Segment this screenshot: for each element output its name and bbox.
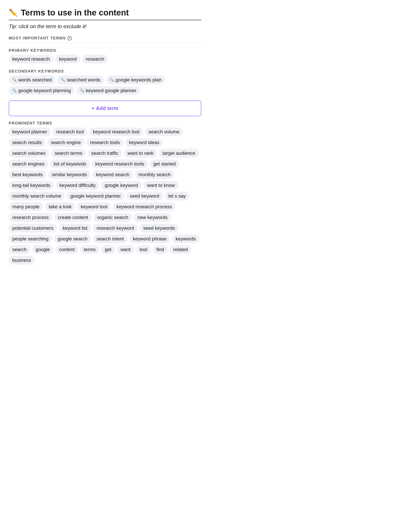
prominent-term-tag[interactable]: many people	[9, 202, 43, 211]
prominent-term-tag[interactable]: tool	[136, 245, 151, 254]
prominent-term-tag[interactable]: list of keywords	[50, 159, 90, 168]
prominent-term-tag[interactable]: search engines	[9, 159, 48, 168]
prominent-term-tag[interactable]: want	[117, 245, 134, 254]
prominent-term-tag[interactable]: keyword difficulty	[56, 181, 99, 190]
secondary-keyword-tag[interactable]: 🔍keyword google planner	[76, 86, 140, 95]
primary-keywords-container: keyword researchkeywordresearch	[9, 55, 201, 63]
prominent-term-tag[interactable]: search engine	[47, 138, 84, 147]
search-icon: 🔍	[80, 88, 84, 93]
secondary-keyword-label: google keywords plan	[115, 77, 162, 83]
prominent-term-tag[interactable]: find	[153, 245, 168, 254]
prominent-term-tag[interactable]: best keywords	[9, 170, 46, 179]
prominent-terms-label: PROMINENT TERMS	[9, 121, 201, 125]
prominent-term-tag[interactable]: google	[32, 245, 53, 254]
divider	[9, 42, 201, 43]
tip-text: Tip: click on the term to exclude it!	[9, 23, 201, 29]
prominent-term-tag[interactable]: monthly search	[135, 170, 174, 179]
prominent-term-tag[interactable]: people searching	[9, 235, 52, 243]
prominent-term-tag[interactable]: monthly search volume	[9, 192, 65, 200]
prominent-term-tag[interactable]: keyword research tool	[89, 127, 143, 136]
secondary-keyword-tag[interactable]: 🔍words searched	[9, 76, 55, 84]
prominent-term-tag[interactable]: take a look	[45, 202, 75, 211]
page-header: ✏️ Terms to use in the content	[9, 8, 201, 20]
prominent-term-tag[interactable]: get started	[150, 159, 179, 168]
prominent-term-tag[interactable]: related	[170, 245, 191, 254]
prominent-term-tag[interactable]: research keyword	[93, 224, 138, 233]
prominent-term-tag[interactable]: search volumes	[9, 149, 49, 158]
prominent-term-tag[interactable]: search volume	[145, 127, 183, 136]
prominent-term-tag[interactable]: google keyword planner	[67, 192, 124, 200]
prominent-term-tag[interactable]: research tools	[86, 138, 123, 147]
prominent-term-tag[interactable]: content	[55, 245, 78, 254]
search-icon: 🔍	[110, 78, 114, 82]
prominent-term-tag[interactable]: research process	[9, 213, 52, 222]
prominent-term-tag[interactable]: want to rank	[124, 149, 157, 158]
most-important-label: MOST IMPORTANT TERMS ?	[9, 36, 201, 40]
prominent-term-tag[interactable]: keyword search	[92, 170, 133, 179]
prominent-term-tag[interactable]: create content	[54, 213, 91, 222]
secondary-keyword-label: keyword google planner	[86, 88, 137, 93]
prominent-term-tag[interactable]: search results	[9, 138, 45, 147]
prominent-term-tag[interactable]: terms	[80, 245, 99, 254]
primary-keyword-tag[interactable]: keyword	[55, 55, 80, 63]
search-icon: 🔍	[12, 88, 17, 93]
prominent-term-tag[interactable]: organic search	[93, 213, 132, 222]
prominent-term-tag[interactable]: google keyword	[101, 181, 141, 190]
secondary-keywords-section: SECONDARY KEYWORDS 🔍words searched🔍searc…	[9, 69, 201, 95]
prominent-term-tag[interactable]: business	[9, 256, 35, 264]
prominent-terms-container: keyword plannerresearch toolkeyword rese…	[9, 127, 201, 264]
prominent-term-tag[interactable]: keyword phrase	[129, 235, 170, 243]
prominent-term-tag[interactable]: keyword research tools	[92, 159, 148, 168]
prominent-term-tag[interactable]: google search	[54, 235, 91, 243]
prominent-term-tag[interactable]: keyword tool	[77, 202, 111, 211]
prominent-term-tag[interactable]: keyword ideas	[125, 138, 163, 147]
prominent-term-tag[interactable]: let s say	[165, 192, 189, 200]
prominent-term-tag[interactable]: search traffic	[88, 149, 122, 158]
secondary-keywords-container: 🔍words searched🔍searched words🔍google ke…	[9, 76, 201, 95]
prominent-term-tag[interactable]: potential customers	[9, 224, 57, 233]
most-important-section: MOST IMPORTANT TERMS ?	[9, 36, 201, 43]
secondary-keyword-tag[interactable]: 🔍google keywords plan	[106, 76, 165, 84]
primary-keyword-tag[interactable]: research	[82, 55, 108, 63]
prominent-term-tag[interactable]: get	[101, 245, 115, 254]
prominent-term-tag[interactable]: keyword planner	[9, 127, 51, 136]
secondary-keyword-tag[interactable]: 🔍google keyword planning	[9, 86, 75, 95]
secondary-keyword-label: google keyword planning	[18, 88, 71, 93]
prominent-terms-section: PROMINENT TERMS keyword plannerresearch …	[9, 121, 201, 264]
secondary-keyword-tag[interactable]: 🔍searched words	[57, 76, 104, 84]
secondary-keywords-label: SECONDARY KEYWORDS	[9, 69, 201, 74]
pencil-icon: ✏️	[9, 9, 18, 16]
page-title: Terms to use in the content	[21, 8, 129, 17]
prominent-term-tag[interactable]: target audience	[159, 149, 199, 158]
prominent-term-tag[interactable]: research tool	[53, 127, 87, 136]
prominent-term-tag[interactable]: keyword list	[59, 224, 91, 233]
prominent-term-tag[interactable]: seed keyword	[127, 192, 163, 200]
secondary-keyword-label: words searched	[18, 77, 52, 83]
search-icon: 🔍	[12, 78, 17, 82]
prominent-term-tag[interactable]: seed keywords	[140, 224, 178, 233]
search-icon: 🔍	[61, 78, 65, 82]
secondary-keyword-label: searched words	[67, 77, 100, 83]
prominent-term-tag[interactable]: long-tail keywords	[9, 181, 54, 190]
prominent-term-tag[interactable]: search intent	[93, 235, 127, 243]
prominent-term-tag[interactable]: similar keywords	[48, 170, 90, 179]
primary-keyword-tag[interactable]: keyword research	[9, 55, 53, 63]
prominent-term-tag[interactable]: search	[9, 245, 30, 254]
prominent-term-tag[interactable]: want to know	[144, 181, 178, 190]
prominent-term-tag[interactable]: new keywords	[134, 213, 171, 222]
prominent-term-tag[interactable]: keywords	[172, 235, 199, 243]
prominent-term-tag[interactable]: search terms	[51, 149, 86, 158]
add-term-button[interactable]: + Add term	[9, 101, 201, 116]
help-icon[interactable]: ?	[67, 36, 72, 40]
prominent-term-tag[interactable]: keyword research process	[113, 202, 176, 211]
primary-keywords-label: PRIMARY KEYWORDS	[9, 48, 201, 53]
primary-keywords-section: PRIMARY KEYWORDS keyword researchkeyword…	[9, 48, 201, 63]
